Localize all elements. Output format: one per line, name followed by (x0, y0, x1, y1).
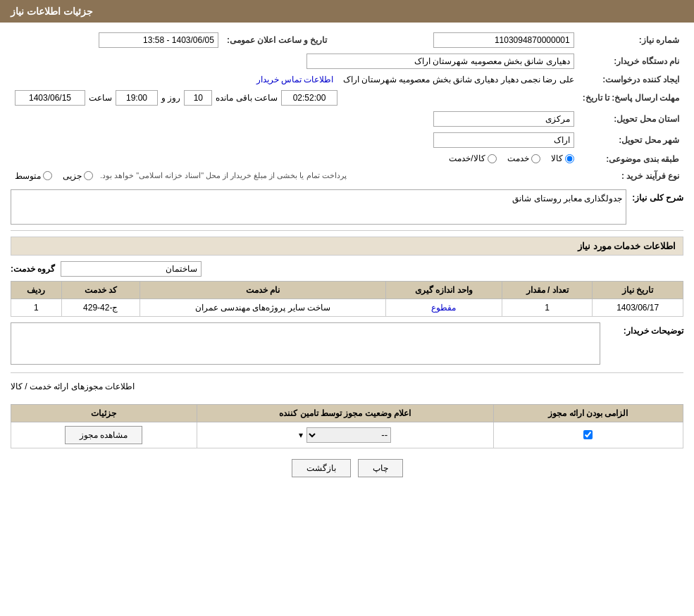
chevron-down-icon: ▾ (299, 430, 303, 440)
page-header: جزئیات اطلاعات نیاز (0, 0, 694, 23)
name-dastgah-field: دهیاری شانق بخش معصومیه شهرستان اراک (306, 54, 574, 69)
buttons-row: چاپ بازگشت (11, 448, 683, 488)
cell-elzami (493, 422, 683, 448)
col-eelam: اعلام وضعیت مجوز توسط تامین کننده (197, 404, 493, 422)
radio-khedmat-label: خدمت (507, 153, 529, 163)
chap-button[interactable]: چاپ (358, 459, 403, 477)
radio-kala-khedmat[interactable]: کالا/خدمت (449, 153, 496, 163)
radio-kala[interactable]: کالا (551, 153, 574, 163)
sharh-value: جدولگذاری معابر روستای شانق (512, 194, 622, 203)
elzami-checkbox[interactable] (583, 430, 593, 439)
tarikh-elan-field: 1403/06/05 - 13:58 (99, 32, 218, 48)
cell-vahed: مقطوع (386, 298, 502, 316)
sharh-section: شرح کلی نیاز: جدولگذاری معابر روستای شان… (11, 189, 683, 225)
radio-motavasset-input[interactable] (43, 171, 52, 180)
radio-kala-khedmat-label: کالا/خدمت (449, 153, 485, 163)
radio-jozii[interactable]: جزیی (63, 171, 93, 181)
divider-1 (11, 230, 683, 231)
tosih-section: توضیحات خریدار: (11, 322, 683, 367)
gorooh-label: گروه خدمت: (11, 264, 55, 274)
radio-jozii-input[interactable] (84, 171, 93, 180)
cell-name: ساخت سایر پروژه‌های مهندسی عمران (140, 298, 385, 316)
row-nooe-farayand: نوع فرآیند خرید : پرداخت تمام یا بخشی از… (11, 168, 683, 184)
col-name-khedmat: نام خدمت (140, 281, 385, 298)
col-radif: ردیف (11, 281, 62, 298)
sharh-label: شرح کلی نیاز: (632, 189, 683, 203)
name-dastgah-label: نام دستگاه خریدار: (578, 51, 683, 72)
row-tabaqeh: طبقه بندی موضوعی: کالا خدمت (11, 151, 683, 168)
majoz-table: الزامی بودن ارائه مجوز اعلام وضعیت مجوز … (11, 404, 683, 448)
col-vahed: واحد اندازه گیری (386, 281, 502, 298)
tosih-label: توضیحات خریدار: (606, 322, 683, 336)
radio-kala-khedmat-input[interactable] (488, 154, 497, 163)
divider-2 (11, 372, 683, 373)
name-dastgah-value: دهیاری شانق بخش معصومیه شهرستان اراک (11, 51, 578, 72)
majoz-title: اطلاعات مجوزهای ارائه خدمت / کالا (11, 379, 683, 394)
bazgasht-button[interactable]: بازگشت (292, 459, 351, 477)
col-elzami: الزامی بودن ارائه مجوز (493, 404, 683, 422)
mohlat-saat-label: ساعت (89, 93, 112, 103)
mohlat-rooz-field: 10 (184, 90, 212, 106)
shahr-label: شهر محل تحویل: (578, 130, 683, 151)
tabaqeh-radio-group: کالا خدمت کالا/خدمت (449, 153, 574, 163)
row-mohlat: مهلت ارسال پاسخ: تا تاریخ: 02:52:00 ساعت… (11, 87, 683, 108)
radio-khedmat[interactable]: خدمت (507, 153, 540, 163)
ijad-label: ایجاد کننده درخواست: (578, 72, 683, 87)
sharh-content: جدولگذاری معابر روستای شانق (11, 189, 626, 225)
row-ostan: استان محل تحویل: مرکزی (11, 108, 683, 130)
majoz-header-row: الزامی بودن ارائه مجوز اعلام وضعیت مجوز … (11, 404, 683, 422)
table-row: 1403/06/17 1 مقطوع ساخت سایر پروژه‌های م… (11, 298, 683, 316)
tarikh-elan-label: تاریخ و ساعت اعلان عمومی: (223, 30, 331, 51)
radio-jozii-label: جزیی (63, 171, 82, 181)
tabaqeh-value: کالا خدمت کالا/خدمت (11, 151, 578, 168)
mohlat-date-field: 1403/06/15 (15, 90, 85, 106)
radio-kala-label: کالا (551, 153, 563, 163)
etelaat-tamas-link[interactable]: اطلاعات تماس خریدار (256, 75, 334, 84)
elzami-checkbox-wrapper (500, 430, 677, 439)
tosih-textarea[interactable] (11, 322, 600, 365)
shahr-field: اراک (433, 132, 574, 148)
main-content: شماره نیاز: 1103094870000001 تاریخ و ساع… (0, 23, 694, 495)
shomare-niaz-field: 1103094870000001 (433, 32, 574, 48)
nooe-farayand-note: پرداخت تمام یا بخشی از مبلغ خریدار از مح… (100, 171, 347, 180)
page-title: جزئیات اطلاعات نیاز (11, 6, 93, 17)
radio-motavasset[interactable]: متوسط (15, 171, 52, 181)
majoz-row: -- ▾ مشاهده مجوز (11, 422, 683, 448)
tarikh-elan-value: 1403/06/05 - 13:58 (11, 30, 223, 51)
cell-eelam: -- ▾ (197, 422, 493, 448)
info-table: شماره نیاز: 1103094870000001 تاریخ و ساع… (11, 30, 683, 184)
services-header-row: تاریخ نیاز تعداد / مقدار واحد اندازه گیر… (11, 281, 683, 298)
services-table-header: تاریخ نیاز تعداد / مقدار واحد اندازه گیر… (11, 281, 683, 298)
shomare-niaz-value: 1103094870000001 (331, 30, 578, 51)
radio-khedmat-input[interactable] (531, 154, 540, 163)
shahr-value: اراک (11, 130, 578, 151)
services-table: تاریخ نیاز تعداد / مقدار واحد اندازه گیر… (11, 281, 683, 317)
mohlat-saat-field: 19:00 (116, 90, 158, 106)
tabaqeh-label: طبقه بندی موضوعی: (578, 151, 683, 168)
ostan-label: استان محل تحویل: (578, 108, 683, 130)
eelam-select[interactable]: -- (306, 427, 391, 443)
services-title: اطلاعات خدمات مورد نیاز (11, 237, 683, 256)
radio-kala-input[interactable] (565, 154, 574, 163)
mohlat-value: 02:52:00 ساعت باقی مانده 10 روز و 19:00 … (11, 87, 578, 108)
cell-tedad: 1 (502, 298, 593, 316)
col-joziyat: جزئیات (11, 404, 197, 422)
row-shahr: شهر محل تحویل: اراک (11, 130, 683, 151)
col-tarikh: تاریخ نیاز (593, 281, 683, 298)
cell-kod: ج-42-429 (61, 298, 140, 316)
nooe-farayand-label: نوع فرآیند خرید : (578, 168, 683, 184)
shomare-niaz-label: شماره نیاز: (578, 30, 683, 51)
row-shomare-tarikh: شماره نیاز: 1103094870000001 تاریخ و ساع… (11, 30, 683, 51)
col-tedad: تعداد / مقدار (502, 281, 593, 298)
cell-joziyat: مشاهده مجوز (11, 422, 197, 448)
ijad-text: علی رضا نجمی دهیار دهیاری شانق بخش معصوم… (343, 75, 574, 84)
ostan-field: مرکزی (433, 111, 574, 127)
services-table-body: 1403/06/17 1 مقطوع ساخت سایر پروژه‌های م… (11, 298, 683, 316)
show-majoz-button[interactable]: مشاهده مجوز (65, 426, 142, 444)
eelam-wrapper: -- ▾ (203, 427, 488, 443)
radio-motavasset-label: متوسط (15, 171, 41, 181)
nooe-farayand-radio-group: جزیی متوسط (15, 171, 93, 181)
nooe-farayand-value: پرداخت تمام یا بخشی از مبلغ خریدار از مح… (11, 168, 578, 184)
cell-radif: 1 (11, 298, 62, 316)
sharh-textarea: جدولگذاری معابر روستای شانق (11, 189, 626, 225)
